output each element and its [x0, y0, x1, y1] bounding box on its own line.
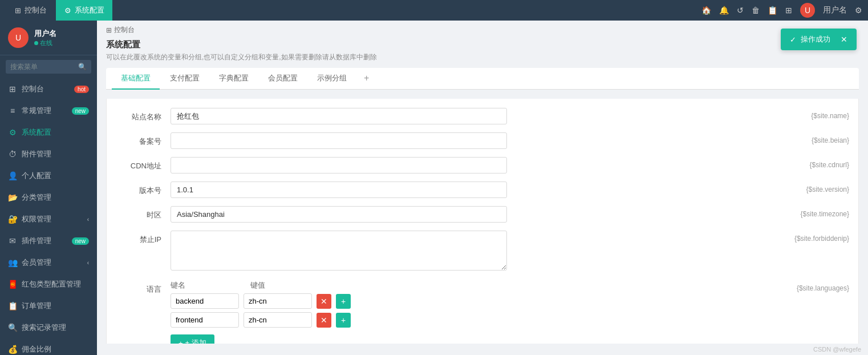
notification-icon[interactable]: 🔔 — [719, 6, 729, 15]
personal-icon: 👤 — [8, 171, 17, 180]
input-sitename[interactable] — [171, 108, 507, 124]
grid-icon[interactable]: ⊞ — [785, 6, 792, 15]
sidebar-item-label: 搜索记录管理 — [22, 322, 66, 333]
sidebar: U 用户名 在线 🔍 ⊞ 控制台 hot ≡ 常规管理 new ⚙ 系统 — [0, 21, 97, 355]
lang-delete-1[interactable]: ✕ — [317, 313, 331, 328]
tab-example[interactable]: 示例分组 — [308, 68, 356, 90]
tab-payment[interactable]: 支付配置 — [161, 68, 209, 90]
home-icon[interactable]: 🏠 — [701, 6, 711, 15]
sidebar-item-rebateratio[interactable]: 💰 佣金比例 — [0, 338, 97, 355]
config-tabs: 基础配置 支付配置 字典配置 会员配置 示例分组 + — [106, 68, 859, 90]
schedule-icon: ⏱ — [8, 150, 17, 159]
status-dot — [34, 41, 38, 45]
input-timezone[interactable] — [171, 206, 507, 223]
delete-icon[interactable]: 🗑 — [752, 6, 760, 15]
nav-tab-sysconfig[interactable]: ⚙ 系统配置 — [56, 0, 112, 21]
sidebar-item-label: 附件管理 — [22, 149, 51, 159]
top-nav-right: 🏠 🔔 ↺ 🗑 📋 ⊞ U 用户名 ⚙ — [701, 3, 862, 18]
footer-watermark: CSDN @wfegefe — [97, 344, 868, 355]
field-beian — [171, 132, 507, 149]
toast-close[interactable]: ✕ — [841, 35, 847, 44]
sidebar-item-schedulemgr[interactable]: ⏱ 附件管理 — [0, 143, 97, 165]
field-sitename — [171, 108, 507, 124]
settings-icon[interactable]: ⚙ — [855, 6, 862, 15]
lang-entry-0: ✕ + — [171, 293, 507, 309]
form-row-version: 版本号 {$site.version} — [116, 181, 849, 198]
sidebar-item-label: 常规管理 — [22, 106, 51, 116]
category-icon: 📂 — [8, 193, 17, 202]
arrow-icon2: ‹ — [87, 260, 89, 266]
input-cdnurl[interactable] — [171, 157, 507, 174]
form-row-sitename: 站点名称 {$site.name} — [116, 108, 849, 124]
refresh-icon[interactable]: ↺ — [737, 6, 744, 15]
tab-dictionary[interactable]: 字典配置 — [210, 68, 258, 90]
topnav-username: 用户名 — [823, 5, 847, 15]
sidebar-item-label: 系统配置 — [22, 127, 51, 138]
lang-key-1[interactable] — [171, 312, 239, 328]
nav-tab-dashboard[interactable]: ⊞ 控制台 — [6, 0, 55, 21]
nav-tab-sysconfig-label: 系统配置 — [75, 5, 104, 15]
field-cdnurl — [171, 157, 507, 174]
form-row-beian: 备案号 {$site.beian} — [116, 132, 849, 149]
lang-add-button[interactable]: + + 添加 — [171, 334, 214, 344]
sidebar-item-browsehistory[interactable]: 🔍 搜索记录管理 — [0, 317, 97, 338]
field-timezone — [171, 206, 507, 223]
sidebar-item-membermgr[interactable]: 👥 会员管理 ‹ — [0, 252, 97, 273]
sidebar-item-sysconfig[interactable]: ⚙ 系统配置 — [0, 122, 97, 143]
sidebar-item-personalcfg[interactable]: 👤 个人配置 — [0, 165, 97, 187]
breadcrumb: ⊞ 控制台 — [97, 21, 868, 39]
textarea-forbiddenip[interactable] — [171, 231, 507, 271]
auth-icon: 🔐 — [8, 215, 17, 224]
sysconfig-tab-icon: ⚙ — [64, 6, 72, 14]
browse-icon: 🔍 — [8, 323, 17, 332]
input-version[interactable] — [171, 181, 507, 198]
lang-row: 语言 键名 键值 ✕ + — [116, 280, 849, 344]
search-icon: 🔍 — [78, 63, 87, 71]
lang-key-header: 键名 — [171, 280, 245, 291]
lang-add-0[interactable]: + — [336, 294, 351, 309]
dashboard-tab-icon: ⊞ — [14, 6, 22, 14]
tab-basic[interactable]: 基础配置 — [112, 68, 160, 90]
label-language: 语言 — [116, 280, 161, 295]
tab-add[interactable]: + — [357, 68, 376, 90]
sidebar-item-normalmgr[interactable]: ≡ 常规管理 new — [0, 100, 97, 122]
lang-val-1[interactable] — [244, 312, 312, 328]
arrow-icon: ‹ — [87, 216, 89, 223]
sidebar-avatar: U — [8, 27, 29, 48]
sidebar-item-label: 插件管理 — [22, 236, 51, 246]
lang-key-0[interactable] — [171, 293, 239, 309]
input-beian[interactable] — [171, 132, 507, 149]
varname-sitename: {$site.name} — [758, 108, 849, 120]
sidebar-item-addondmgr[interactable]: ✉ 插件管理 new — [0, 230, 97, 252]
main-layout: U 用户名 在线 🔍 ⊞ 控制台 hot ≡ 常规管理 new ⚙ 系统 — [0, 21, 868, 355]
sidebar-item-label: 分类管理 — [22, 192, 51, 203]
toast-message: 操作成功 — [801, 34, 830, 45]
label-cdnurl: CDN地址 — [116, 157, 161, 171]
label-version: 版本号 — [116, 181, 161, 196]
normalmgr-icon: ≡ — [8, 106, 17, 115]
varname-version: {$site.version} — [758, 181, 849, 193]
label-forbiddenip: 禁止IP — [116, 231, 161, 245]
varname-languages: {$site.languages} — [758, 280, 849, 292]
member-icon: 👥 — [8, 258, 17, 267]
sidebar-status: 在线 — [34, 39, 56, 47]
sidebar-item-authmgr[interactable]: 🔐 权限管理 ‹ — [0, 208, 97, 230]
avatar[interactable]: U — [800, 3, 815, 18]
clipboard-icon[interactable]: 📋 — [768, 6, 777, 15]
toast-icon: ✓ — [790, 35, 796, 44]
content-area: ⊞ 控制台 系统配置 可以在此覆改系统的变量和分组,也可以自定义分组和变量,如果… — [97, 21, 868, 355]
lang-add-1[interactable]: + — [336, 313, 351, 328]
label-sitename: 站点名称 — [116, 108, 161, 122]
tab-member[interactable]: 会员配置 — [259, 68, 307, 90]
form-row-timezone: 时区 {$site.timezone} — [116, 206, 849, 223]
sidebar-item-categorymgr[interactable]: 📂 分类管理 — [0, 187, 97, 208]
sidebar-item-redpacketcfg[interactable]: 🧧 红包类型配置管理 — [0, 273, 97, 295]
sidebar-search: 🔍 — [6, 60, 91, 74]
sidebar-item-ordermgr[interactable]: 📋 订单管理 — [0, 295, 97, 317]
lang-header: 键名 键值 — [171, 280, 507, 291]
lang-val-0[interactable] — [244, 293, 312, 309]
page-content: 系统配置 可以在此覆改系统的变量和分组,也可以自定义分组和变量,如果需要删除请从… — [97, 39, 868, 344]
varname-beian: {$site.beian} — [758, 132, 849, 144]
lang-delete-0[interactable]: ✕ — [317, 294, 331, 309]
sidebar-item-dashboard[interactable]: ⊞ 控制台 hot — [0, 78, 97, 100]
